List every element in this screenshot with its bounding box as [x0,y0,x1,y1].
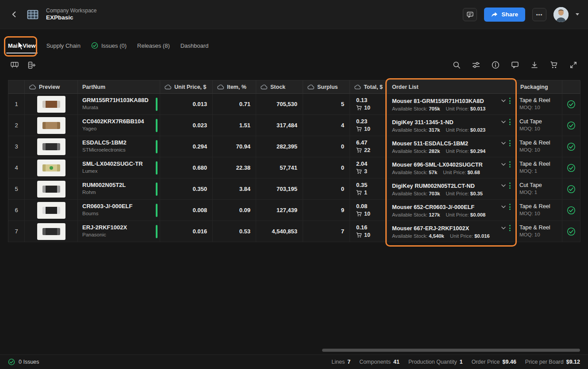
order-list-cell[interactable]: Mouser 81-GRM155R71H103KA8D Available St… [388,94,516,115]
preview-cell[interactable] [25,221,78,242]
surplus-cell[interactable]: 0 [303,157,350,179]
stock-cell[interactable]: 317,484 [256,115,303,136]
status-cell[interactable] [562,136,580,157]
expand-icon[interactable] [569,60,578,70]
unit-price-cell[interactable]: 0.680 [160,157,213,179]
table-row[interactable]: 2 CC0402KRX7R6BB104 Yageo 0.023 1.51 [8,115,580,136]
order-list-cell[interactable]: DigiKey RUM002N05T2LCT-ND Available Stoc… [388,179,516,200]
unit-price-cell[interactable]: 0.016 [160,221,213,242]
kebab-menu-icon[interactable] [508,97,512,105]
horizontal-scrollbar[interactable] [322,349,580,352]
partnum-cell[interactable]: CC0402KRX7R6BB104 Yageo [78,115,160,136]
preview-cell[interactable] [25,136,78,157]
tab-supply-chain[interactable]: Supply Chain [46,37,81,54]
surplus-cell[interactable]: 5 [303,94,350,115]
surplus-cell[interactable]: 9 [303,200,350,221]
partnum-cell[interactable]: GRM155R71H103KA88D Murata [78,94,160,115]
header-stock[interactable]: Stock [256,80,303,94]
header-unit-price[interactable]: Unit Price, $ [160,80,213,94]
more-options-button[interactable]: ••• [532,8,546,21]
cart-icon[interactable] [549,60,559,70]
table-row[interactable]: 4 SML-LX0402SUGC-TR Lumex 0.680 22.38 [8,157,580,179]
unit-price-cell[interactable]: 0.350 [160,179,213,200]
stock-cell[interactable]: 57,741 [256,157,303,179]
preview-cell[interactable] [25,157,78,179]
order-list-cell[interactable]: Mouser 667-ERJ-2RKF1002X Available Stock… [388,221,516,242]
header-packaging[interactable]: Packaging [516,80,562,94]
packaging-cell[interactable]: Cut Tape MOQ: 1 [516,179,562,200]
share-button[interactable]: Share [484,8,525,22]
chevron-down-icon[interactable] [501,184,506,187]
chevron-down-icon[interactable] [501,121,506,123]
stock-cell[interactable]: 127,439 [256,200,303,221]
filter-sliders-icon[interactable] [471,60,481,70]
total-cell[interactable]: 6.47 22 [350,136,388,157]
kebab-menu-icon[interactable] [508,139,512,147]
partnum-cell[interactable]: RUM002N05T2L Rohm [78,179,160,200]
total-cell[interactable]: 0.08 10 [350,200,388,221]
order-list-cell[interactable]: DigiKey 311-1345-1-ND Available Stock: 3… [388,115,516,136]
item-percent-cell[interactable]: 70.94 [213,136,256,157]
download-icon[interactable] [530,60,539,70]
total-cell[interactable]: 0.16 10 [350,221,388,242]
order-list-cell[interactable]: Mouser 652-CR0603-J/-000ELF Available St… [388,200,516,221]
partnum-cell[interactable]: ERJ-2RKF1002X Panasonic [78,221,160,242]
total-cell[interactable]: 2.04 3 [350,157,388,179]
table-view-icon[interactable] [10,60,19,70]
status-cell[interactable] [562,221,580,242]
status-cell[interactable] [562,179,580,200]
preview-cell[interactable] [25,115,78,136]
unit-price-cell[interactable]: 0.023 [160,115,213,136]
surplus-cell[interactable]: 7 [303,221,350,242]
preview-cell[interactable] [25,179,78,200]
packaging-cell[interactable]: Tape & Reel MOQ: 1 [516,157,562,179]
total-cell[interactable]: 0.23 10 [350,115,388,136]
back-button[interactable] [9,9,19,20]
unit-price-cell[interactable]: 0.294 [160,136,213,157]
issues-summary[interactable]: 0 Issues [8,358,39,365]
chevron-down-icon[interactable] [501,227,506,229]
order-list-cell[interactable]: Mouser 511-ESDALC5-1BM2 Available Stock:… [388,136,516,157]
table-row[interactable]: 6 CR0603-J/-000ELF Bourns 0.008 0.09 [8,200,580,221]
item-percent-cell[interactable]: 3.84 [213,179,256,200]
stock-cell[interactable]: 4,540,853 [256,221,303,242]
item-percent-cell[interactable]: 22.38 [213,157,256,179]
partnum-cell[interactable]: ESDALC5-1BM2 STMicroelectronics [78,136,160,157]
info-icon[interactable] [491,60,500,70]
partnum-cell[interactable]: SML-LX0402SUGC-TR Lumex [78,157,160,179]
header-total[interactable]: Total, $ [350,80,388,94]
kebab-menu-icon[interactable] [508,182,512,190]
status-cell[interactable] [562,115,580,136]
partnum-cell[interactable]: CR0603-J/-000ELF Bourns [78,200,160,221]
table-row[interactable]: 3 ESDALC5-1BM2 STMicroelectronics 0.294 … [8,136,580,157]
item-percent-cell[interactable]: 0.09 [213,200,256,221]
packaging-cell[interactable]: Tape & Reel MOQ: 10 [516,221,562,242]
kebab-menu-icon[interactable] [508,118,512,126]
kebab-menu-icon[interactable] [508,203,512,211]
packaging-cell[interactable]: Tape & Reel MOQ: 10 [516,94,562,115]
item-percent-cell[interactable]: 1.51 [213,115,256,136]
total-cell[interactable]: 0.13 10 [350,94,388,115]
header-partnum[interactable]: PartNum [78,80,160,94]
table-row[interactable]: 5 RUM002N05T2L Rohm 0.350 3.84 70 [8,179,580,200]
packaging-cell[interactable]: Tape & Reel MOQ: 10 [516,200,562,221]
order-list-cell[interactable]: Mouser 696-SML-LX0402SUGCTR Available St… [388,157,516,179]
packaging-cell[interactable]: Tape & Reel MOQ: 10 [516,136,562,157]
stock-cell[interactable]: 705,530 [256,94,303,115]
status-cell[interactable] [562,157,580,179]
item-percent-cell[interactable]: 0.53 [213,221,256,242]
chevron-down-icon[interactable] [501,163,506,166]
packaging-cell[interactable]: Cut Tape MOQ: 10 [516,115,562,136]
status-cell[interactable] [562,94,580,115]
stock-cell[interactable]: 703,195 [256,179,303,200]
comments-icon[interactable] [510,60,520,70]
unit-price-cell[interactable]: 0.013 [160,94,213,115]
stock-cell[interactable]: 282,395 [256,136,303,157]
feedback-button[interactable] [463,8,477,21]
add-row-icon[interactable] [27,60,36,70]
chevron-down-icon[interactable] [501,142,506,145]
tab-issues[interactable]: Issues (0) [91,37,127,54]
surplus-cell[interactable]: 4 [303,115,350,136]
chevron-down-icon[interactable] [501,205,506,208]
tab-dashboard[interactable]: Dashboard [181,37,209,54]
